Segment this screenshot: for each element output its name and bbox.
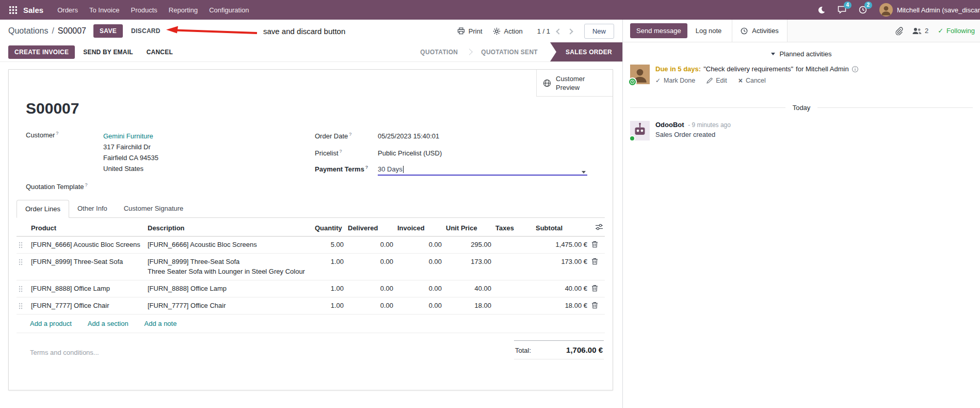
add-a-section-link[interactable]: Add a section: [88, 320, 128, 327]
stage-quotation-sent[interactable]: QUOTATION SENT: [473, 42, 546, 61]
optional-columns-icon[interactable]: [589, 218, 605, 237]
cell-delivered[interactable]: 0.00: [346, 254, 395, 280]
pager-count: 1 / 1: [537, 27, 550, 35]
cell-quantity[interactable]: 1.00: [313, 254, 346, 280]
log-note-button[interactable]: Log note: [696, 27, 722, 35]
tab-activities[interactable]: Activities: [732, 20, 787, 42]
mark-done-button[interactable]: ✓Mark Done: [655, 77, 695, 84]
field-help-marker: ?: [56, 131, 58, 136]
cell-description[interactable]: [FURN_8888] Office Lamp: [146, 280, 313, 297]
apps-grid-icon[interactable]: [6, 4, 20, 16]
cell-taxes[interactable]: [493, 297, 534, 315]
form-sheet: Customer Preview S00007 Customer? Gemini…: [8, 69, 613, 390]
action-button[interactable]: Action: [488, 24, 528, 38]
cell-delivered[interactable]: 0.00: [346, 280, 395, 297]
menu-to-invoice[interactable]: To Invoice: [84, 1, 125, 20]
cell-quantity[interactable]: 1.00: [313, 297, 346, 315]
cell-product[interactable]: [FURN_8999] Three-Seat Sofa: [29, 254, 146, 280]
user-menu[interactable]: Mitchell Admin (save_discar: [879, 3, 980, 17]
chatter-topbar: Send message Log note Activities 2 ✓ Fol…: [623, 20, 980, 42]
cell-unit-price[interactable]: 18.00: [444, 297, 493, 315]
messages-badge: 4: [844, 2, 852, 9]
cell-delivered[interactable]: 0.00: [346, 237, 395, 254]
tab-other-info[interactable]: Other Info: [69, 200, 116, 217]
send-message-button[interactable]: Send message: [630, 23, 687, 38]
stage-quotation[interactable]: QUOTATION: [412, 42, 466, 61]
cell-subtotal: 18.00 €: [534, 297, 589, 315]
cancel-button[interactable]: CANCEL: [141, 45, 178, 59]
customer-link[interactable]: Gemini Furniture: [103, 132, 153, 140]
trash-icon[interactable]: [589, 280, 605, 297]
customer-preview-button[interactable]: Customer Preview: [536, 70, 613, 97]
menu-configuration[interactable]: Configuration: [203, 1, 254, 20]
cell-description[interactable]: [FURN_7777] Office Chair: [146, 297, 313, 315]
app-name[interactable]: Sales: [23, 6, 43, 14]
dropdown-caret-icon[interactable]: [582, 167, 586, 175]
stage-sales-order[interactable]: SALES ORDER: [550, 42, 622, 61]
add-a-note-link[interactable]: Add a note: [144, 320, 177, 327]
trash-icon[interactable]: [589, 237, 605, 254]
cell-taxes[interactable]: [493, 254, 534, 280]
add-a-product-link[interactable]: Add a product: [30, 320, 72, 327]
cell-delivered[interactable]: 0.00: [346, 297, 395, 315]
cell-invoiced[interactable]: 0.00: [395, 237, 444, 254]
tab-order-lines[interactable]: Order Lines: [17, 200, 69, 218]
cell-taxes[interactable]: [493, 237, 534, 254]
activities-clock-icon[interactable]: 2: [859, 6, 867, 14]
trash-icon[interactable]: [589, 254, 605, 280]
cell-description[interactable]: [FURN_8999] Three-Seat Sofa Three Seater…: [146, 254, 313, 280]
cell-invoiced[interactable]: 0.00: [395, 280, 444, 297]
drag-handle-icon[interactable]: [17, 254, 29, 280]
tab-customer-signature[interactable]: Customer Signature: [116, 200, 192, 217]
trash-icon[interactable]: [589, 297, 605, 315]
dark-mode-moon-icon[interactable]: [817, 6, 825, 14]
create-invoice-button[interactable]: CREATE INVOICE: [8, 45, 75, 59]
drag-handle-icon[interactable]: [17, 297, 29, 315]
cell-product[interactable]: [FURN_6666] Acoustic Bloc Screens: [29, 237, 146, 254]
order-line-row[interactable]: [FURN_6666] Acoustic Bloc Screens [FURN_…: [17, 237, 605, 254]
edit-activity-button[interactable]: Edit: [706, 77, 727, 84]
followers-button[interactable]: 2: [912, 27, 928, 35]
pricelist-field[interactable]: Public Pricelist (USD): [378, 148, 442, 159]
order-line-row[interactable]: [FURN_8999] Three-Seat Sofa [FURN_8999] …: [17, 254, 605, 280]
pager-previous-icon[interactable]: [553, 24, 565, 38]
order-date-field[interactable]: 05/25/2023 15:40:01: [378, 131, 439, 142]
menu-reporting[interactable]: Reporting: [163, 1, 203, 20]
cell-quantity[interactable]: 1.00: [313, 280, 346, 297]
cell-quantity[interactable]: 5.00: [313, 237, 346, 254]
breadcrumb-quotations[interactable]: Quotations: [8, 26, 48, 36]
user-name: Mitchell Admin (save_discar: [897, 6, 980, 14]
record-title: S00007: [26, 100, 605, 117]
cell-unit-price[interactable]: 295.00: [444, 237, 493, 254]
cancel-activity-button[interactable]: ×Cancel: [738, 77, 766, 84]
info-icon[interactable]: [852, 66, 859, 73]
control-panel: Quotations / S00007 SAVE DISCARD save an…: [0, 20, 622, 42]
following-button[interactable]: ✓ Following: [938, 27, 975, 35]
save-button[interactable]: SAVE: [93, 24, 123, 38]
cell-description[interactable]: [FURN_6666] Acoustic Bloc Screens: [146, 237, 313, 254]
cell-taxes[interactable]: [493, 280, 534, 297]
order-line-row[interactable]: [FURN_7777] Office Chair [FURN_7777] Off…: [17, 297, 605, 315]
drag-handle-icon[interactable]: [17, 280, 29, 297]
order-line-row[interactable]: [FURN_8888] Office Lamp [FURN_8888] Offi…: [17, 280, 605, 297]
cell-unit-price[interactable]: 40.00: [444, 280, 493, 297]
cell-unit-price[interactable]: 173.00: [444, 254, 493, 280]
cancel-x-icon: ×: [738, 77, 743, 84]
payment-terms-input[interactable]: 30 Days: [378, 165, 587, 176]
new-button[interactable]: New: [584, 24, 614, 39]
planned-activities-toggle[interactable]: Planned activities: [630, 50, 973, 58]
cell-invoiced[interactable]: 0.00: [395, 254, 444, 280]
discard-button[interactable]: DISCARD: [126, 24, 166, 38]
cell-product[interactable]: [FURN_7777] Office Chair: [29, 297, 146, 315]
menu-orders[interactable]: Orders: [52, 1, 84, 20]
attach-files-paperclip-icon[interactable]: [895, 27, 903, 35]
send-by-email-button[interactable]: SEND BY EMAIL: [78, 45, 138, 59]
terms-and-conditions-input[interactable]: Terms and conditions...: [30, 349, 99, 359]
pager-next-icon[interactable]: [565, 24, 576, 38]
messages-bubble-icon[interactable]: 4: [838, 6, 846, 14]
menu-products[interactable]: Products: [125, 1, 163, 20]
drag-handle-icon[interactable]: [17, 237, 29, 254]
cell-invoiced[interactable]: 0.00: [395, 297, 444, 315]
cell-product[interactable]: [FURN_8888] Office Lamp: [29, 280, 146, 297]
print-button[interactable]: Print: [452, 24, 488, 38]
